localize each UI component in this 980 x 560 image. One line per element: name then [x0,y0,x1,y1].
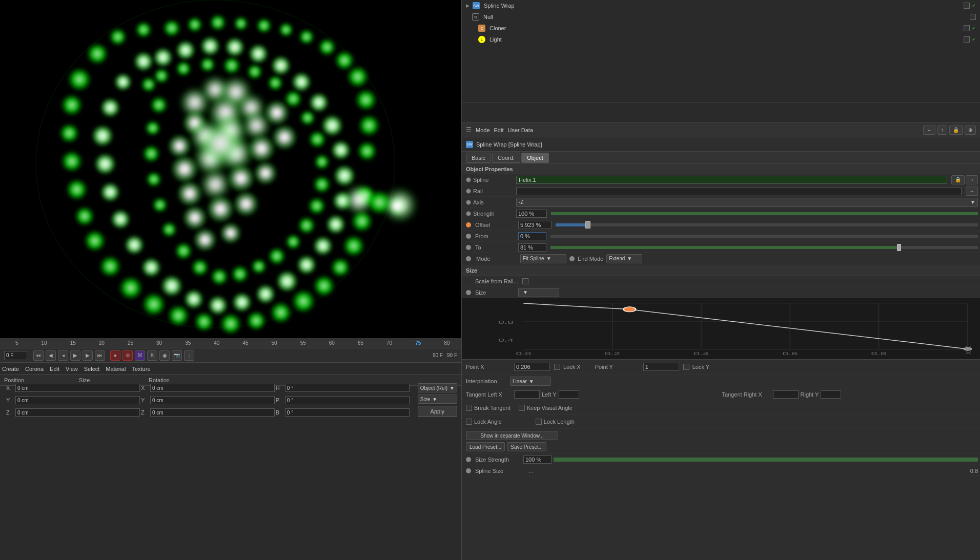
rail-arrow-btn[interactable]: → [966,186,978,196]
curve-editor[interactable]: 0.8 0.4 0.0 0.2 0.4 0.6 0.8 Y X [462,298,980,360]
menu-select[interactable]: Select [84,366,100,372]
point-y-input[interactable] [643,363,679,371]
size-strength-slider[interactable] [554,458,978,462]
obj-checkbox-light[interactable] [964,36,970,43]
axis-dropdown[interactable]: -Z ▼ [516,198,978,207]
p-rot-input[interactable] [285,396,410,404]
save-preset-button[interactable]: Save Preset... [507,442,546,451]
svg-point-113 [297,216,316,235]
record-button[interactable]: ● [110,350,120,361]
lock-angle-checkbox[interactable] [466,419,472,425]
offset-slider[interactable] [556,223,978,226]
menu-create[interactable]: Create [2,366,19,372]
b-rot-input[interactable] [285,408,410,417]
go-to-end-button[interactable]: ⏭ [95,350,105,361]
tangent-left-y-input[interactable] [559,390,579,399]
obj-item-cloner[interactable]: C Cloner ✓ [462,23,980,34]
expand-btn[interactable]: ⊕ [965,126,976,135]
menu-texture[interactable]: Texture [132,366,150,372]
up-btn[interactable]: ↑ [937,126,947,135]
scale-from-rail-row: Scale from Rail... [462,276,980,287]
rail-value[interactable] [516,187,962,195]
strength-input[interactable] [516,210,547,218]
play-button[interactable]: ▶ [70,350,80,361]
break-tangent-checkbox[interactable] [466,405,472,411]
tab-object[interactable]: Object [521,153,549,163]
extra-button[interactable]: ⋮ [184,350,194,361]
obj-item-splinewrap[interactable]: ▶ SW Spline Wrap ✓ [462,0,980,11]
obj-checkbox-splinewrap[interactable] [964,3,970,9]
load-preset-button[interactable]: Load Preset... [466,442,505,451]
auto-keyframe-button[interactable]: ⚙ [122,350,133,361]
frame-input[interactable] [4,351,27,360]
apply-button[interactable]: Apply [418,406,457,417]
svg-point-88 [182,205,208,231]
size-dropdown[interactable]: ▼ [518,288,559,297]
menu-corona[interactable]: Corona [25,366,44,372]
next-frame-button[interactable]: ▶ [83,350,93,361]
obj-item-null[interactable]: N Null [462,11,980,23]
spline-arrow-btn[interactable]: → [966,175,978,184]
coord-mode-dropdown[interactable]: Object (Rel) ▼ [418,383,457,392]
prev-frame-button[interactable]: ◀ [46,350,56,361]
h-rot-input[interactable] [285,384,410,392]
endmode-dropdown[interactable]: Extend ▼ [606,254,642,263]
size-mode-dropdown[interactable]: Size ▼ [418,395,457,404]
svg-point-4 [233,16,249,31]
y-pos-input[interactable] [15,396,140,404]
scale-from-rail-checkbox[interactable] [522,278,528,284]
obj-checkbox-cloner[interactable] [964,25,970,31]
lock-btn[interactable]: 🔒 [949,126,963,135]
play-reverse-button[interactable]: ◂ [58,350,68,361]
tab-coord[interactable]: Coord. [492,153,520,163]
spline-value[interactable]: Helix.1 [516,176,947,184]
rail-dot[interactable] [466,189,471,194]
back-arrow-btn[interactable]: ← [923,126,935,135]
keys-button[interactable]: K [147,350,157,361]
from-input[interactable] [518,232,546,240]
offset-input[interactable] [518,221,552,229]
z-pos-input[interactable] [15,408,140,417]
z-size-input[interactable] [150,408,275,417]
size-strength-input[interactable] [523,455,552,464]
strength-dot[interactable] [466,211,471,216]
x-pos-input[interactable] [15,384,140,392]
show-separate-button[interactable]: Show in separate Window... [466,431,558,440]
spline-lock-btn[interactable]: 🔒 [951,175,965,184]
point-x-input[interactable] [514,363,550,371]
viewport[interactable] [0,0,461,338]
lock-x-checkbox[interactable] [554,364,560,370]
options-button[interactable]: ◉ [159,350,170,361]
obj-check-light: ✓ [972,37,976,42]
edit-menu[interactable]: Edit [494,127,504,133]
obj-checkbox-null[interactable] [970,14,976,20]
tangent-right-y-input[interactable] [821,390,841,399]
tangent-right-x-input[interactable] [773,390,799,399]
obj-item-light[interactable]: L Light ✓ [462,34,980,45]
svg-point-67 [153,47,173,68]
tangent-left-x-input[interactable] [514,390,540,399]
lock-y-checkbox[interactable] [683,364,689,370]
from-slider[interactable] [550,235,978,238]
to-input[interactable] [518,243,546,252]
spline-row: Spline Helix.1 🔒 → [462,174,980,185]
strength-slider[interactable] [551,212,978,215]
x-size-input[interactable] [150,384,275,392]
go-to-start-button[interactable]: ⏮ [33,350,44,361]
mode-dropdown[interactable]: Fit Spline ▼ [520,254,566,263]
cam-button[interactable]: 📷 [172,350,182,361]
to-slider[interactable] [550,246,978,249]
lock-length-checkbox[interactable] [536,419,542,425]
menu-edit[interactable]: Edit [50,366,59,372]
tab-basic[interactable]: Basic [466,153,491,163]
menu-material[interactable]: Material [106,366,126,372]
spline-dot[interactable] [466,177,471,182]
y-size-input[interactable] [150,396,275,404]
mode-menu[interactable]: Mode [476,127,490,133]
interpolation-dropdown[interactable]: Linear ▼ [510,377,551,386]
axis-dot[interactable] [466,200,471,205]
motion-button[interactable]: M [135,350,145,361]
keep-visual-angle-checkbox[interactable] [519,405,525,411]
userdata-menu[interactable]: User Data [508,127,534,133]
menu-view[interactable]: View [66,366,78,372]
